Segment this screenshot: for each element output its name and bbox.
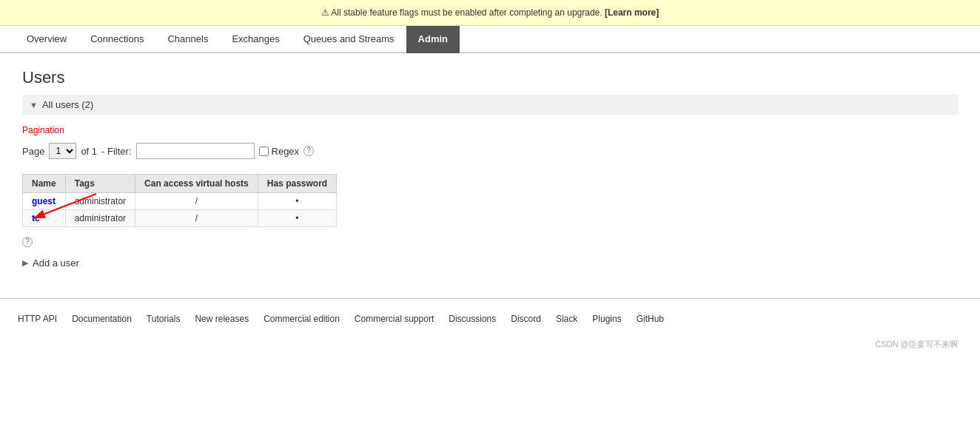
page-title: Users — [22, 68, 958, 87]
nav-item-connections[interactable]: Connections — [78, 26, 155, 53]
table-row: tc administrator / • — [23, 210, 337, 227]
user-name-link[interactable]: guest — [32, 196, 56, 206]
footer-link-discord[interactable]: Discord — [508, 312, 544, 326]
user-tags-cell: administrator — [65, 210, 135, 227]
user-name-cell: guest — [23, 193, 66, 210]
page-select[interactable]: 1 — [49, 143, 76, 159]
page-label: Page — [22, 146, 44, 157]
filter-label: - Filter: — [101, 146, 131, 157]
users-table-wrapper: Name Tags Can access virtual hosts Has p… — [22, 174, 337, 233]
user-name-link[interactable]: tc — [32, 213, 40, 223]
main-content: Users ▼ All users (2) Pagination Page 1 … — [0, 53, 980, 298]
footer-link-plugins[interactable]: Plugins — [589, 312, 624, 326]
nav-item-exchanges[interactable]: Exchanges — [220, 26, 291, 53]
upgrade-banner: ⚠ All stable feature flags must be enabl… — [0, 0, 980, 26]
learn-more-link[interactable]: [Learn more] — [605, 7, 659, 18]
col-has-password: Has password — [258, 175, 336, 193]
footer-link-github[interactable]: GitHub — [634, 312, 667, 326]
col-tags: Tags — [65, 175, 135, 193]
user-name-cell: tc — [23, 210, 66, 227]
footer-link-documentation[interactable]: Documentation — [69, 312, 135, 326]
footer-link-commercial-support[interactable]: Commercial support — [352, 312, 437, 326]
users-table: Name Tags Can access virtual hosts Has p… — [22, 174, 337, 227]
section-header-label: All users (2) — [42, 99, 93, 110]
section-arrow-icon: ▼ — [30, 101, 38, 110]
footer-links: HTTP API Documentation Tutorials New rel… — [0, 306, 980, 331]
col-virtual-hosts: Can access virtual hosts — [135, 175, 258, 193]
user-vhosts-cell: / — [135, 193, 258, 210]
footer-link-discussions[interactable]: Discussions — [446, 312, 499, 326]
regex-help-icon[interactable]: ? — [303, 146, 314, 156]
nav-item-queues-and-streams[interactable]: Queues and Streams — [292, 26, 406, 53]
table-help-icon[interactable]: ? — [22, 237, 33, 247]
nav-item-admin[interactable]: Admin — [406, 26, 460, 53]
regex-checkbox[interactable] — [259, 146, 269, 156]
user-password-cell: • — [258, 210, 336, 227]
footer-divider — [0, 298, 980, 299]
pagination-row: Page 1 of 1 - Filter: Regex ? — [22, 143, 958, 159]
banner-message: ⚠ All stable feature flags must be enabl… — [321, 7, 603, 18]
regex-text: Regex — [272, 146, 300, 157]
main-nav: OverviewConnectionsChannelsExchangesQueu… — [0, 26, 980, 53]
nav-item-channels[interactable]: Channels — [155, 26, 220, 53]
table-row: guest administrator / • — [23, 193, 337, 210]
footer-link-commercial-edition[interactable]: Commercial edition — [261, 312, 343, 326]
user-vhosts-cell: / — [135, 210, 258, 227]
all-users-section-header[interactable]: ▼ All users (2) — [22, 95, 958, 115]
add-user-arrow-icon: ▶ — [22, 258, 28, 268]
question-mark-row: ? — [22, 235, 958, 247]
nav-item-overview[interactable]: Overview — [15, 26, 78, 53]
regex-label[interactable]: Regex — [259, 146, 300, 157]
footer-link-new-releases[interactable]: New releases — [192, 312, 252, 326]
footer-link-tutorials[interactable]: Tutorials — [144, 312, 184, 326]
watermark: CSDN @臣妾写不来啊 — [0, 331, 980, 357]
add-user-section[interactable]: ▶ Add a user — [22, 257, 958, 269]
filter-input[interactable] — [136, 143, 255, 159]
user-tags-cell: administrator — [65, 193, 135, 210]
col-name: Name — [23, 175, 66, 193]
footer-link-http-api[interactable]: HTTP API — [15, 312, 60, 326]
pagination-label: Pagination — [22, 125, 958, 135]
of-label: of 1 — [81, 146, 97, 157]
footer-link-slack[interactable]: Slack — [553, 312, 580, 326]
user-password-cell: • — [258, 193, 336, 210]
add-user-label: Add a user — [33, 257, 79, 269]
